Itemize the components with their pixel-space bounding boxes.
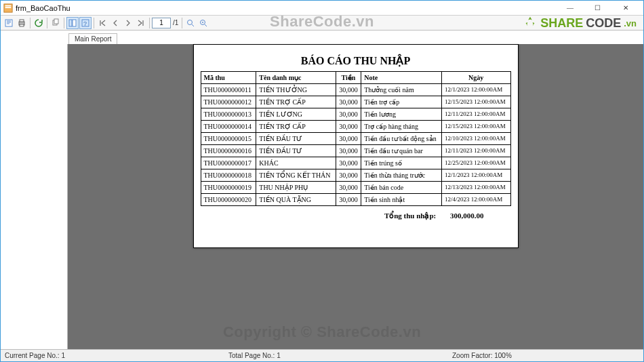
export-button[interactable] <box>3 17 15 29</box>
cell-amt: 30,000 <box>336 96 361 108</box>
table-row: THU0000000017KHÁC30,000Tiền trúng số12/2… <box>201 157 510 169</box>
cell-amt: 30,000 <box>336 108 361 121</box>
find-button[interactable] <box>184 17 197 29</box>
col-date: Ngày <box>441 72 510 84</box>
cell-note: Tiền lương <box>361 108 442 121</box>
cell-date: 12/10/2023 12:00:00AM <box>441 133 510 145</box>
cell-id: THU0000000015 <box>201 133 256 145</box>
cell-date: 12/11/2023 12:00:00AM <box>441 145 510 157</box>
report-toolbar: ? /1 <box>1 16 643 31</box>
total-label: Tổng thu nhập: <box>384 212 436 220</box>
main-area: BÁO CÁO THU NHẬP Mã thu Tên danh mục Tiề… <box>1 44 643 349</box>
cell-id: THU0000000014 <box>201 121 256 133</box>
page-number-input[interactable] <box>152 18 171 28</box>
report-viewer[interactable]: BÁO CÁO THU NHẬP Mã thu Tên danh mục Tiề… <box>68 44 643 349</box>
last-page-button[interactable] <box>135 17 147 29</box>
cell-id: THU0000000016 <box>201 145 256 157</box>
income-table: Mã thu Tên danh mục Tiền Note Ngày THU00… <box>201 71 511 206</box>
table-row: THU0000000018TIỀN TỔNG KẾT THÁN30,000Tiề… <box>201 169 510 182</box>
prev-page-button[interactable] <box>109 17 121 29</box>
cell-note: Tiền trúng số <box>361 157 442 169</box>
col-amt: Tiền <box>336 72 361 84</box>
cell-note: Tiền đầu tư quán bar <box>361 145 442 157</box>
cell-date: 12/15/2023 12:00:00AM <box>441 96 510 108</box>
cell-amt: 30,000 <box>336 157 361 169</box>
cell-cat: TIỀN LƯƠNG <box>256 108 336 121</box>
tab-strip: Main Report <box>1 31 643 44</box>
cell-date: 12/13/2023 12:00:00AM <box>441 182 510 194</box>
page-total-text: /1 <box>172 19 180 26</box>
window-close-button[interactable]: ✕ <box>611 1 641 15</box>
status-total-page: Total Page No.: 1 <box>224 352 285 359</box>
col-note: Note <box>361 72 442 84</box>
cell-cat: TIỀN TRỢ CẤP <box>256 121 336 133</box>
cell-note: Tiền sinh nhật <box>361 194 442 206</box>
total-value: 300,000.00 <box>450 212 484 220</box>
cell-note: Thưởng cuối năm <box>361 84 442 96</box>
refresh-button[interactable] <box>33 17 45 29</box>
table-row: THU0000000011TIỀN THƯỞNG30,000Thưởng cuố… <box>201 84 510 96</box>
table-row: THU0000000013TIỀN LƯƠNG30,000Tiền lương1… <box>201 108 510 121</box>
cell-amt: 30,000 <box>336 145 361 157</box>
cell-date: 12/1/2023 12:00:00AM <box>441 169 510 182</box>
app-icon <box>3 3 13 13</box>
cell-date: 12/1/2023 12:00:00AM <box>441 84 510 96</box>
cell-date: 12/11/2023 12:00:00AM <box>441 108 510 121</box>
next-page-button[interactable] <box>122 17 134 29</box>
svg-text:?: ? <box>83 20 87 27</box>
cell-id: THU0000000019 <box>201 182 256 194</box>
toggle-parameter-panel-button[interactable]: ? <box>79 17 92 29</box>
cell-cat: TIỀN ĐẦU TƯ <box>256 145 336 157</box>
cell-cat: TIỀN TỔNG KẾT THÁN <box>256 169 336 182</box>
zoom-button[interactable] <box>197 17 209 29</box>
cell-cat: TIỀN THƯỞNG <box>256 84 336 96</box>
cell-amt: 30,000 <box>336 133 361 145</box>
table-row: THU0000000012TIỀN TRỢ CẤP30,000Tiền trợ … <box>201 96 510 108</box>
copy-button[interactable] <box>49 17 62 29</box>
first-page-button[interactable] <box>96 17 108 29</box>
cell-cat: THU NHẬP PHỤ <box>256 182 336 194</box>
col-cat: Tên danh mục <box>256 72 336 84</box>
cell-id: THU0000000018 <box>201 169 256 182</box>
status-current-page: Current Page No.: 1 <box>1 352 69 359</box>
cell-id: THU0000000013 <box>201 108 256 121</box>
cell-id: THU0000000017 <box>201 157 256 169</box>
cell-amt: 30,000 <box>336 121 361 133</box>
total-row: Tổng thu nhập: 300,000.00 <box>201 206 511 220</box>
table-row: THU0000000019THU NHẬP PHỤ30,000Tiền bán … <box>201 182 510 194</box>
cell-note: Tiền trợ cấp <box>361 96 442 108</box>
cell-cat: TIỀN ĐẦU TƯ <box>256 133 336 145</box>
status-zoom: Zoom Factor: 100% <box>448 352 516 359</box>
cell-date: 12/4/2023 12:00:00AM <box>441 194 510 206</box>
cell-cat: TIỀN TRỢ CẤP <box>256 96 336 108</box>
table-row: THU0000000015TIỀN ĐẦU TƯ30,000Tiền đầu t… <box>201 133 510 145</box>
cell-amt: 30,000 <box>336 169 361 182</box>
table-row: THU0000000014TIỀN TRỢ CẤP30,000Trợ cấp h… <box>201 121 510 133</box>
table-row: THU0000000016TIỀN ĐẦU TƯ30,000Tiền đầu t… <box>201 145 510 157</box>
svg-rect-6 <box>20 24 24 26</box>
group-tree-panel[interactable] <box>1 44 68 349</box>
svg-rect-10 <box>73 20 76 26</box>
window-minimize-button[interactable]: — <box>557 1 584 15</box>
print-button[interactable] <box>16 17 28 29</box>
svg-rect-5 <box>20 20 24 22</box>
cell-date: 12/15/2023 12:00:00AM <box>441 121 510 133</box>
cell-amt: 30,000 <box>336 182 361 194</box>
cell-note: Tiền thừa tháng trước <box>361 169 442 182</box>
window-maximize-button[interactable]: ☐ <box>584 1 611 15</box>
cell-amt: 30,000 <box>336 194 361 206</box>
report-title: BÁO CÁO THU NHẬP <box>201 52 511 71</box>
cell-note: Tiền đầu tư bất động sản <box>361 133 442 145</box>
cell-cat: TIỀN QUÀ TẶNG <box>256 194 336 206</box>
cell-id: THU0000000011 <box>201 84 256 96</box>
cell-amt: 30,000 <box>336 84 361 96</box>
svg-rect-9 <box>69 20 72 26</box>
tab-main-report[interactable]: Main Report <box>68 33 117 44</box>
toggle-group-tree-button[interactable] <box>66 17 79 29</box>
svg-point-13 <box>188 20 193 24</box>
svg-rect-1 <box>5 5 12 6</box>
svg-rect-8 <box>54 19 58 24</box>
table-row: THU0000000020TIỀN QUÀ TẶNG30,000Tiền sin… <box>201 194 510 206</box>
cell-note: Trợ cấp hàng tháng <box>361 121 442 133</box>
window-titlebar: frm_BaoCaoThu — ☐ ✕ <box>1 1 643 16</box>
